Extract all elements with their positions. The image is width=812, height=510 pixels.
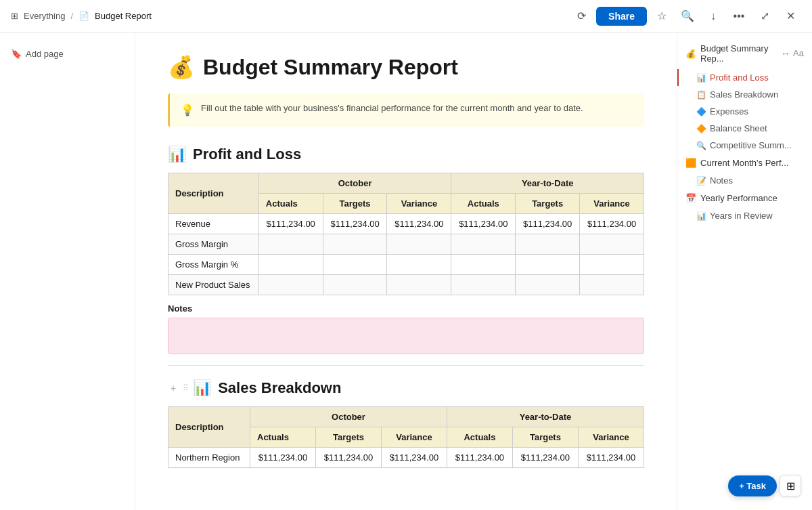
pl-desc-0[interactable]: Revenue (168, 214, 259, 234)
info-box: 💡 Fill out the table with your business'… (168, 93, 644, 127)
pl-ytd-v-1[interactable] (580, 234, 644, 255)
info-text: Fill out the table with your business's … (201, 102, 583, 115)
rs-item-notes[interactable]: 📝 Notes (677, 172, 812, 189)
profit-loss-nav-label: Profit and Loss (710, 72, 769, 83)
rs-item-expenses[interactable]: 🔷 Expenses (677, 103, 812, 120)
pl-oct-a-3[interactable] (258, 275, 323, 295)
profit-loss-title: Profit and Loss (193, 146, 301, 163)
pl-desc-2[interactable]: Gross Margin % (168, 255, 259, 275)
rs-item-profit-loss[interactable]: 📊 Profit and Loss (677, 69, 812, 86)
pl-oct-targets-header: Targets (323, 194, 387, 214)
sb-ytd-t-0[interactable]: $111,234.00 (512, 448, 578, 468)
doc-title: Budget Report (95, 11, 152, 21)
pl-notes-box[interactable] (168, 318, 644, 354)
pl-oct-a-0[interactable]: $111,234.00 (258, 214, 323, 234)
sb-ytd-variance-header: Variance (578, 427, 644, 448)
sb-ytd-targets-header: Targets (512, 427, 578, 448)
sb-desc-header: Description (168, 407, 250, 448)
topbar: ⊞ Everything / 📄 Budget Report ⟳ Share ☆… (0, 0, 812, 33)
sb-desc-0[interactable]: Northern Region (168, 448, 250, 468)
pl-oct-a-2[interactable] (258, 255, 323, 275)
expand-btn[interactable]: ⤢ (754, 5, 775, 27)
sb-oct-a-0[interactable]: $111,234.00 (250, 448, 316, 468)
everything-link[interactable]: Everything (24, 11, 65, 21)
sb-oct-actuals-header: Actuals (250, 427, 316, 448)
main-layout: 🔖 Add page 💰 Budget Summary Report 💡 Fil… (0, 33, 812, 510)
rs-header: 💰 Budget Summary Rep... ↔ Aa (677, 41, 812, 69)
pl-oct-v-3[interactable] (387, 275, 451, 295)
rs-collapse-btn[interactable]: ↔ (781, 48, 790, 59)
pl-ytd-t-3[interactable] (516, 275, 580, 295)
pl-desc-3[interactable]: New Product Sales (168, 275, 259, 295)
sb-oct-t-0[interactable]: $111,234.00 (315, 448, 381, 468)
table-row: Gross Margin (168, 234, 644, 255)
add-section-btn[interactable]: + (168, 381, 179, 395)
pl-ytd-t-1[interactable] (516, 234, 580, 255)
pl-oct-v-2[interactable] (387, 255, 451, 275)
rs-title-icon: 💰 (685, 49, 696, 59)
pl-oct-v-1[interactable] (387, 234, 451, 255)
sales-breakdown-title: Sales Breakdown (218, 379, 341, 397)
pl-ytd-a-3[interactable] (451, 275, 516, 295)
rs-item-sales-breakdown[interactable]: 📋 Sales Breakdown (677, 86, 812, 103)
rs-item-years-review[interactable]: 📊 Years in Review (677, 207, 812, 224)
star-btn[interactable]: ☆ (651, 5, 673, 27)
pl-ytd-v-0[interactable]: $111,234.00 (580, 214, 644, 234)
pl-oct-v-0[interactable]: $111,234.00 (387, 214, 451, 234)
download-btn[interactable]: ↓ (702, 5, 724, 27)
sb-ytd-a-0[interactable]: $111,234.00 (447, 448, 512, 468)
rs-font-btn[interactable]: Aa (793, 48, 804, 59)
pl-oct-t-0[interactable]: $111,234.00 (323, 214, 387, 234)
pl-ytd-a-0[interactable]: $111,234.00 (451, 214, 516, 234)
pl-oct-a-1[interactable] (258, 234, 323, 255)
sb-oct-variance-header: Variance (381, 427, 447, 448)
table-row: New Product Sales (168, 275, 644, 295)
left-sidebar: 🔖 Add page (0, 33, 135, 510)
sb-oct-v-0[interactable]: $111,234.00 (381, 448, 447, 468)
pl-ytd-variance-header: Variance (580, 194, 644, 214)
grid-view-button[interactable]: ⊞ (780, 475, 801, 496)
content-area: 💰 Budget Summary Report 💡 Fill out the t… (135, 33, 677, 510)
pl-oct-header: October (258, 173, 451, 194)
pl-ytd-t-2[interactable] (516, 255, 580, 275)
sb-ytd-v-0[interactable]: $111,234.00 (578, 448, 644, 468)
section-current-label: Current Month's Perf... (700, 158, 788, 168)
right-sidebar: 💰 Budget Summary Rep... ↔ Aa 📊 Profit an… (677, 33, 812, 510)
rs-item-balance-sheet[interactable]: 🔶 Balance Sheet (677, 120, 812, 137)
rs-section-current[interactable]: 🟧 Current Month's Perf... (677, 154, 812, 172)
share-button[interactable]: Share (596, 7, 647, 26)
add-page-button[interactable]: 🔖 Add page (11, 46, 64, 62)
profit-loss-heading: 📊 Profit and Loss (168, 146, 644, 163)
sales-breakdown-heading: 📊 Sales Breakdown (193, 379, 341, 397)
pl-oct-t-3[interactable] (323, 275, 387, 295)
pl-oct-variance-header: Variance (387, 194, 451, 214)
pl-ytd-v-3[interactable] (580, 275, 644, 295)
table-row: Gross Margin % (168, 255, 644, 275)
pl-oct-t-1[interactable] (323, 234, 387, 255)
pl-ytd-a-2[interactable] (451, 255, 516, 275)
doc-icon: 📄 (78, 11, 89, 21)
competitive-nav-icon: 🔍 (696, 141, 706, 150)
task-fab-label: + Task (739, 481, 766, 491)
section-yearly-label: Yearly Performance (700, 193, 777, 203)
sales-breakdown-nav-icon: 📋 (696, 90, 706, 100)
task-fab-button[interactable]: + Task (728, 475, 777, 496)
pl-ytd-a-1[interactable] (451, 234, 516, 255)
rs-section-yearly[interactable]: 📅 Yearly Performance (677, 189, 812, 207)
section-yearly-icon: 📅 (685, 193, 696, 203)
rs-item-competitive[interactable]: 🔍 Competitive Summ... (677, 137, 812, 154)
history-btn[interactable]: ⟳ (570, 5, 592, 27)
breadcrumb-separator: / (70, 11, 73, 21)
search-btn[interactable]: 🔍 (677, 5, 698, 27)
pl-oct-t-2[interactable] (323, 255, 387, 275)
more-btn[interactable]: ••• (728, 5, 750, 27)
pl-ytd-t-0[interactable]: $111,234.00 (516, 214, 580, 234)
close-btn[interactable]: ✕ (780, 5, 801, 27)
sb-oct-targets-header: Targets (315, 427, 381, 448)
pl-ytd-targets-header: Targets (516, 194, 580, 214)
section-divider (168, 365, 644, 366)
pl-ytd-v-2[interactable] (580, 255, 644, 275)
years-review-nav-icon: 📊 (696, 211, 706, 221)
section-current-icon: 🟧 (685, 158, 696, 168)
pl-desc-1[interactable]: Gross Margin (168, 234, 259, 255)
